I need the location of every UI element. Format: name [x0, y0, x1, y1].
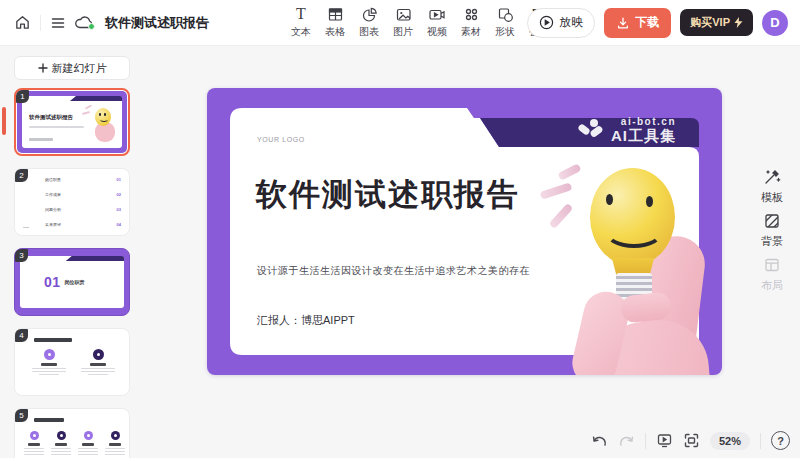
thumb-title-placeholder	[34, 338, 72, 342]
slide-thumbnail-1[interactable]: 软件测试述职报告 1	[14, 88, 130, 156]
tool-text[interactable]: T 文本	[284, 5, 318, 39]
user-avatar[interactable]: D	[762, 10, 788, 36]
play-circle-icon	[539, 15, 554, 30]
divider	[760, 433, 761, 449]
toolbar-tools: T 文本 表格 图表 图片	[284, 5, 556, 39]
present-monitor-icon[interactable]	[656, 432, 673, 449]
buy-vip-button[interactable]: 购买VIP	[680, 9, 753, 36]
undo-icon[interactable]	[591, 433, 608, 448]
document-title[interactable]: 软件测试述职报告	[105, 14, 209, 32]
watermark-logo-icon	[577, 118, 604, 142]
topbar: 软件测试述职报告 T 文本 表格 图表	[0, 0, 800, 46]
fit-screen-icon[interactable]	[683, 432, 700, 449]
cloud-sync-icon[interactable]	[75, 14, 94, 31]
slide-subtitle[interactable]: 设计源于生活生活因设计改变在生活中追求艺术之美的存在	[257, 264, 530, 278]
lightning-icon	[734, 17, 743, 28]
toc-row: 问题分析03	[15, 207, 121, 212]
tool-table[interactable]: 表格	[318, 5, 352, 39]
bullet-dot	[30, 431, 39, 440]
table-icon	[327, 5, 344, 23]
help-button[interactable]: ?	[771, 431, 790, 450]
statusbar: 52% ?	[591, 431, 790, 450]
slide-thumbnail-3[interactable]: 01 岗位职责 3	[14, 248, 130, 316]
toc-row: 未来展望04	[15, 222, 121, 227]
tool-assets[interactable]: 素材	[454, 5, 488, 39]
topbar-right: 放映 下载 购买VIP D	[527, 0, 788, 45]
bullet-dot	[93, 349, 104, 360]
download-button[interactable]: 下载	[604, 8, 671, 38]
divider	[40, 15, 41, 31]
slide-number-badge: 2	[15, 169, 28, 182]
tool-image[interactable]: 图片	[386, 5, 420, 39]
plus-icon	[38, 63, 48, 73]
sync-ok-dot	[88, 23, 95, 30]
tool-video[interactable]: 视频	[420, 5, 454, 39]
slide-thumbnail-4[interactable]: 4	[14, 328, 130, 396]
logo-placeholder[interactable]: YOUR LOGO	[257, 136, 305, 143]
home-icon[interactable]	[14, 14, 31, 31]
smile	[604, 214, 664, 248]
assets-icon	[463, 5, 480, 23]
image-icon	[395, 5, 412, 23]
redo-icon[interactable]	[618, 433, 635, 448]
background-fill-icon	[763, 212, 781, 230]
current-slide-indicator	[2, 107, 6, 135]
tool-shape[interactable]: 形状	[488, 5, 522, 39]
new-slide-button[interactable]: 新建幻灯片	[14, 56, 130, 80]
download-icon	[616, 16, 630, 30]
magic-wand-icon	[763, 168, 781, 186]
canvas-slide[interactable]: YOUR LOGO 软件测试述职报告 设计源于生活生活因设计改变在生活中追求艺术…	[207, 88, 722, 375]
video-icon	[428, 5, 446, 23]
tool-chart[interactable]: 图表	[352, 5, 386, 39]
slide-number-badge: 4	[15, 329, 28, 342]
thumb-title-placeholder	[34, 418, 64, 422]
app-window: 软件测试述职报告 T 文本 表格 图表	[0, 0, 800, 458]
sidebar-item-layout[interactable]: 布局	[752, 256, 792, 293]
text-icon: T	[296, 5, 306, 23]
divider	[645, 433, 646, 449]
slide-thumbnail-2[interactable]: 岗位职责01 工作成果02 问题分析03 未来展望04 2	[14, 168, 130, 236]
toc-row: 工作成果02	[15, 192, 121, 197]
mini-bulb	[95, 108, 111, 126]
topbar-left: 软件测试述职报告	[14, 0, 209, 45]
watermark: ai-bot.cn AI工具集	[577, 117, 676, 143]
bullet-dot	[44, 349, 55, 360]
layout-icon	[763, 256, 781, 274]
slide-presenter[interactable]: 汇报人：博思AIPPT	[257, 313, 355, 328]
present-button[interactable]: 放映	[527, 8, 595, 38]
sidebar-item-background[interactable]: 背景	[752, 212, 792, 249]
bullet-dot	[111, 431, 120, 440]
slide-number-badge: 3	[15, 249, 28, 262]
toc-row: 岗位职责01	[15, 177, 121, 182]
bullet-dot	[57, 431, 66, 440]
bullet-dot	[84, 431, 93, 440]
sidebar-item-template[interactable]: 模板	[752, 168, 792, 205]
slide-number-badge: 5	[15, 409, 28, 422]
slide-number-badge: 1	[16, 90, 29, 103]
slide-title[interactable]: 软件测试述职报告	[256, 174, 520, 216]
menu-icon[interactable]	[50, 15, 66, 31]
slide-thumbnail-5[interactable]: 5	[14, 408, 130, 458]
pie-chart-icon	[361, 5, 378, 23]
zoom-level[interactable]: 52%	[710, 432, 750, 450]
shapes-icon	[497, 5, 514, 23]
